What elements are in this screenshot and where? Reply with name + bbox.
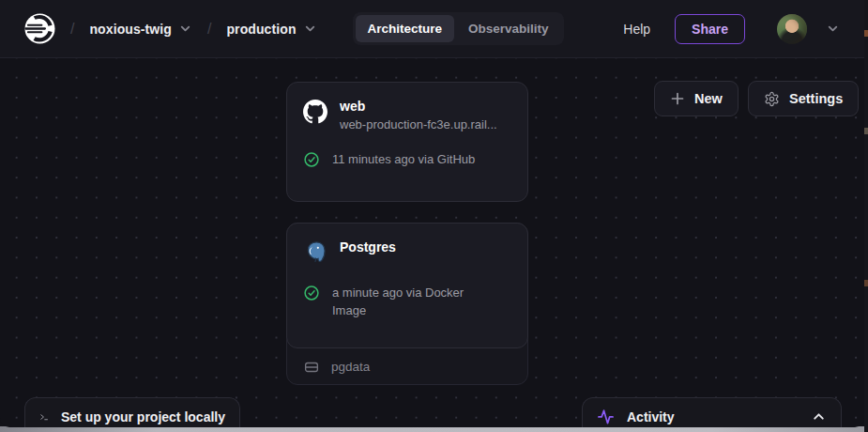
help-link[interactable]: Help <box>623 22 650 37</box>
service-card-header: web web-production-fc3e.up.rail... <box>303 99 511 131</box>
service-name: Postgres <box>340 239 396 255</box>
breadcrumb-environment[interactable]: production <box>226 22 316 37</box>
github-icon <box>303 100 327 124</box>
gear-icon <box>764 91 780 107</box>
activity-panel[interactable]: Activity <box>582 397 842 427</box>
edge-speck <box>864 280 868 286</box>
account-chevron-down-icon[interactable] <box>826 22 840 36</box>
edge-speck <box>864 30 868 37</box>
chevron-down-icon <box>303 22 317 36</box>
breadcrumb-separator: / <box>65 21 80 38</box>
deploy-status-text: 11 minutes ago via GitHub <box>332 151 475 169</box>
service-name: web <box>340 99 497 114</box>
project-name: noxious-twig <box>89 22 172 37</box>
new-button-label: New <box>694 91 723 106</box>
view-tabs: Architecture Observability <box>353 12 564 45</box>
settings-button[interactable]: Settings <box>748 81 859 116</box>
check-circle-icon <box>303 151 320 168</box>
window-right-edge <box>864 0 868 432</box>
tab-architecture[interactable]: Architecture <box>356 15 455 42</box>
service-domain[interactable]: web-production-fc3e.up.rail... <box>340 117 497 131</box>
topbar: / noxious-twig / production Architecture… <box>0 0 864 58</box>
environment-name: production <box>226 22 296 37</box>
screenshot-root: / noxious-twig / production Architecture… <box>0 0 868 432</box>
service-card-web[interactable]: web web-production-fc3e.up.rail... 11 mi… <box>286 82 528 202</box>
deploy-status-text: a minute ago via Docker Image <box>332 285 475 320</box>
edge-speck <box>864 128 868 134</box>
service-card-header: Postgres <box>303 239 511 265</box>
check-circle-icon <box>303 285 320 301</box>
new-button[interactable]: New <box>654 81 739 116</box>
activity-pulse-icon <box>597 408 615 425</box>
deploy-status-row: 11 minutes ago via GitHub <box>303 151 511 169</box>
settings-button-label: Settings <box>789 91 843 106</box>
share-button[interactable]: Share <box>675 14 745 44</box>
breadcrumb-separator: / <box>202 21 217 38</box>
architecture-canvas[interactable]: New Settings web web-production-fc3e <box>0 58 864 427</box>
plus-icon <box>670 91 685 106</box>
railway-logo-icon[interactable] <box>24 13 55 44</box>
setup-project-panel[interactable]: Set up your project locally <box>24 397 240 427</box>
volume-row[interactable]: pgdata <box>287 348 527 385</box>
volume-name: pgdata <box>331 360 370 374</box>
app-window: / noxious-twig / production Architecture… <box>0 0 864 427</box>
breadcrumb-project[interactable]: noxious-twig <box>89 22 192 37</box>
volume-disk-icon <box>303 359 320 376</box>
service-card-postgres-group[interactable]: Postgres a minute ago via Docker Image <box>286 223 528 385</box>
chevron-up-icon[interactable] <box>811 409 827 424</box>
user-avatar[interactable] <box>777 14 807 44</box>
activity-panel-label: Activity <box>627 409 675 424</box>
deploy-status-row: a minute ago via Docker Image <box>303 285 511 320</box>
postgres-icon <box>303 240 327 265</box>
terminal-icon <box>39 409 49 425</box>
tab-observability[interactable]: Observability <box>456 15 561 42</box>
service-card-postgres[interactable]: Postgres a minute ago via Docker Image <box>286 223 528 348</box>
setup-panel-label: Set up your project locally <box>61 409 225 424</box>
service-card-titles: Postgres <box>340 239 396 255</box>
service-card-titles: web web-production-fc3e.up.rail... <box>340 99 497 131</box>
chevron-down-icon <box>178 22 192 36</box>
